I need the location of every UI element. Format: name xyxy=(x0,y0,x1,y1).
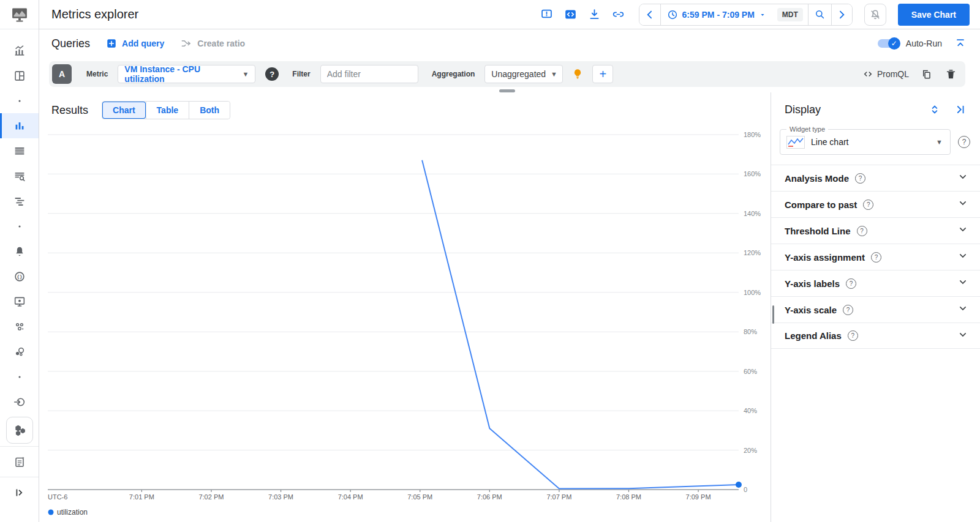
chevron-down-icon[interactable] xyxy=(957,276,969,291)
chevron-down-icon[interactable] xyxy=(957,171,969,185)
scrollbar-thumb[interactable] xyxy=(772,305,774,324)
results-chart[interactable]: 180%160%140%120%100%80%60%40%20%07:01 PM… xyxy=(39,92,771,522)
widget-type-label: Widget type xyxy=(786,125,828,133)
time-zoom-search-button[interactable] xyxy=(808,4,831,25)
metrics-explorer-icon[interactable] xyxy=(0,113,39,138)
code-icon xyxy=(862,69,873,80)
display-section-y-axis-scale[interactable]: Y-axis scale? xyxy=(771,296,980,323)
dashboards-icon[interactable] xyxy=(0,63,39,88)
chevron-down-icon[interactable] xyxy=(957,329,969,343)
time-range-button[interactable]: 6:59 PM - 7:09 PM xyxy=(660,4,772,25)
tab-chart[interactable]: Chart xyxy=(102,102,146,119)
alerting-bell-icon[interactable] xyxy=(0,239,39,264)
aggregation-dropdown[interactable]: Unaggregated▼ xyxy=(484,65,563,83)
help-icon[interactable]: ? xyxy=(871,252,881,263)
timezone-badge[interactable]: MDT xyxy=(777,8,803,21)
metric-help-icon[interactable]: ? xyxy=(265,67,279,81)
save-chart-button[interactable]: Save Chart xyxy=(898,4,970,26)
metric-dropdown[interactable]: VM Instance - CPU utilization▼ xyxy=(118,65,255,83)
sidebar: {} xyxy=(0,0,39,522)
app-window: {} Metrics explorer 6:59 PM - 7:09 PM xyxy=(0,0,980,522)
svg-text:20%: 20% xyxy=(744,447,757,454)
dot-icon xyxy=(0,88,39,113)
duplicate-query-icon[interactable] xyxy=(919,67,933,81)
chevron-down-icon[interactable] xyxy=(957,223,969,238)
svg-text:utilization: utilization xyxy=(57,508,88,516)
chevron-down-icon[interactable] xyxy=(957,302,969,317)
aggregation-label: Aggregation xyxy=(432,70,475,78)
svg-text:40%: 40% xyxy=(744,407,757,414)
display-section-analysis-mode[interactable]: Analysis Mode? xyxy=(771,165,980,191)
help-icon[interactable]: ? xyxy=(863,199,873,210)
tab-both[interactable]: Both xyxy=(189,102,230,119)
integrations-icon[interactable] xyxy=(0,389,39,414)
chevron-down-icon[interactable] xyxy=(957,250,969,264)
suggestion-lightbulb-icon[interactable] xyxy=(571,68,584,80)
kubernetes-hexagons-icon[interactable] xyxy=(0,414,39,446)
widget-type-row: Widget type Line chart ▼ ? xyxy=(780,129,970,155)
auto-run-toggle[interactable]: ✓ xyxy=(878,39,899,48)
widget-type-dropdown[interactable]: Widget type Line chart ▼ xyxy=(780,129,951,155)
trend-chart-icon[interactable] xyxy=(0,38,39,63)
code-embed-icon[interactable] xyxy=(564,7,578,22)
feedback-icon[interactable] xyxy=(540,7,554,22)
promql-button[interactable]: PromQL xyxy=(862,69,909,80)
releases-icon[interactable]: {} xyxy=(0,264,39,289)
logs-search-icon[interactable] xyxy=(0,163,39,188)
help-icon[interactable]: ? xyxy=(857,226,867,236)
time-forward-button[interactable] xyxy=(831,4,852,25)
dot-icon xyxy=(0,214,39,239)
queries-right: ✓ Auto-Run xyxy=(878,36,968,51)
services-icon[interactable] xyxy=(0,339,39,364)
svg-text:180%: 180% xyxy=(744,131,761,138)
filter-input-box xyxy=(320,65,418,83)
add-box-icon xyxy=(106,38,117,49)
monitoring-logo-icon[interactable] xyxy=(0,0,39,29)
help-icon[interactable]: ? xyxy=(843,305,853,315)
create-ratio-button[interactable]: Create ratio xyxy=(180,37,245,50)
query-builder-section: A Metric VM Instance - CPU utilization▼ … xyxy=(39,58,980,92)
help-icon[interactable]: ? xyxy=(855,173,865,184)
time-back-button[interactable] xyxy=(639,4,660,25)
display-section-legend-alias[interactable]: Legend Alias? xyxy=(771,323,980,349)
display-section-compare-to-past[interactable]: Compare to past? xyxy=(771,191,980,217)
collapse-queries-icon[interactable] xyxy=(953,36,968,51)
results-panel: Results ChartTableBoth 180%160%140%120%1… xyxy=(39,92,771,522)
topbar: Metrics explorer 6:59 PM - 7:09 PM MDT xyxy=(39,0,980,29)
link-icon[interactable] xyxy=(611,7,626,22)
chevron-down-icon[interactable] xyxy=(957,197,969,212)
collapse-panel-icon[interactable] xyxy=(953,102,968,117)
time-range-control: 6:59 PM - 7:09 PM MDT xyxy=(639,4,853,26)
display-section-y-axis-labels[interactable]: Y-axis labels? xyxy=(771,270,980,296)
add-query-button[interactable]: Add query xyxy=(106,38,164,49)
toggle-check-icon: ✓ xyxy=(888,37,900,50)
filter-input[interactable] xyxy=(327,69,412,79)
svg-text:7:07 PM: 7:07 PM xyxy=(546,493,571,501)
expand-all-icon[interactable] xyxy=(927,102,942,117)
widget-type-help-icon[interactable]: ? xyxy=(958,136,970,148)
groups-icon[interactable] xyxy=(0,314,39,339)
svg-text:7:09 PM: 7:09 PM xyxy=(686,493,711,501)
auto-run-label: Auto-Run xyxy=(906,39,942,48)
list-icon[interactable] xyxy=(0,138,39,163)
help-icon[interactable]: ? xyxy=(846,278,856,289)
tab-table[interactable]: Table xyxy=(146,102,189,119)
display-panel: Display Widget type xyxy=(771,92,980,522)
display-section-y-axis-assignment[interactable]: Y-axis assignment? xyxy=(771,244,980,270)
display-section-threshold-line[interactable]: Threshold Line? xyxy=(771,217,980,244)
download-icon[interactable] xyxy=(587,7,602,22)
display-sections: Analysis Mode?Compare to past?Threshold … xyxy=(771,165,980,349)
report-doc-icon[interactable] xyxy=(0,446,39,477)
help-icon[interactable]: ? xyxy=(848,330,858,341)
trace-icon[interactable] xyxy=(0,188,39,214)
section-label: Compare to past xyxy=(785,199,857,210)
caret-down-icon: ▼ xyxy=(551,70,557,78)
clock-icon xyxy=(667,9,678,20)
alert-off-button[interactable] xyxy=(864,4,886,26)
expand-panel-icon[interactable] xyxy=(0,477,39,507)
delete-query-icon[interactable] xyxy=(943,67,958,81)
display-title: Display xyxy=(785,103,821,116)
add-sub-query-button[interactable]: + xyxy=(592,65,613,83)
vm-monitor-icon[interactable] xyxy=(0,289,39,314)
svg-text:60%: 60% xyxy=(744,368,757,375)
